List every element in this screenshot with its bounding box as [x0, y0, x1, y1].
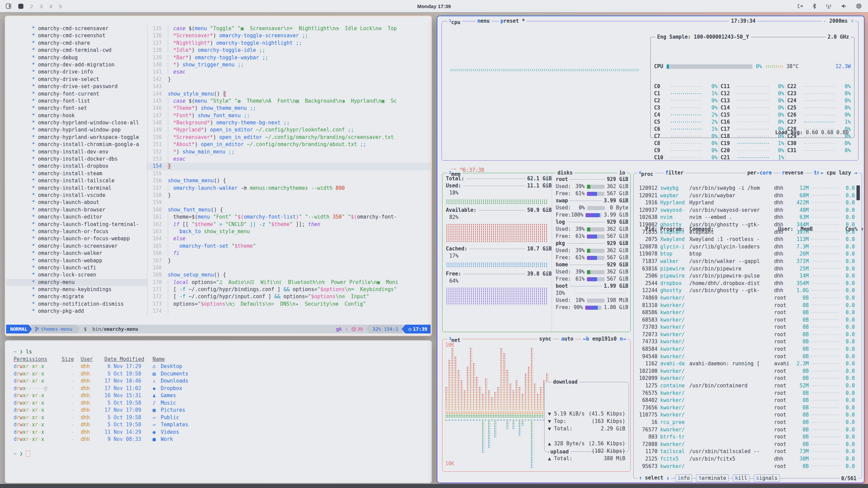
code-line[interactable]: 165▏ omarchy-font-set "$theme": [147, 243, 431, 250]
code-line[interactable]: 168: [147, 264, 431, 271]
file-list-item[interactable]: *omarchy-launch-wifi: [6, 264, 147, 271]
update-interval[interactable]: - 2000ms +: [822, 18, 855, 24]
file-list-item[interactable]: *omarchy-font-set: [6, 105, 147, 112]
file-list-item[interactable]: *omarchy-install-terminal: [6, 185, 147, 192]
code-line[interactable]: 167}: [147, 257, 431, 264]
process-row[interactable]: 120878glycin-i/usr/lib/glycin-loadersdhh…: [636, 243, 855, 251]
sort-selector[interactable]: ← cpu lazy →: [819, 169, 859, 176]
code-line[interactable]: 140▏*) show_trigger_menu ;;: [147, 61, 431, 68]
code-line[interactable]: 171▏[ -f ~/.config/hypr/bindings.conf ] …: [147, 286, 431, 293]
file-list-item[interactable]: *omarchy-debug: [6, 54, 147, 61]
filter-button[interactable]: filter: [664, 169, 685, 176]
code-line[interactable]: 139▏*Bar*) omarchy-toggle-waybar ;;: [147, 54, 431, 61]
file-list-item[interactable]: *omarchy-launch-floating-terminal-: [6, 221, 147, 228]
process-row[interactable]: 68402kworker/root0B0.0: [636, 397, 855, 404]
proc-panel-title[interactable]: 4proc: [637, 169, 655, 178]
pre</span>set-button[interactable]: preset *: [499, 18, 527, 24]
code-line[interactable]: 159: [147, 199, 431, 206]
process-row[interactable]: 71837walker/usr/bin/walker --gappldhh371…: [636, 258, 855, 265]
process-row[interactable]: 74869kworker/root0B0.0: [636, 294, 855, 302]
per-core-button[interactable]: per-core: [746, 169, 773, 176]
process-row[interactable]: 2506pipewire/usr/bin/pipewire-pulsedhh14…: [636, 272, 855, 280]
process-row[interactable]: 95673kworker/root0B0.0: [636, 463, 855, 470]
proc-terminate-button[interactable]: terminate: [696, 474, 728, 482]
code-line[interactable]: 163▏ back_to show_style_menu: [147, 228, 431, 235]
code-line[interactable]: 174▏: [147, 308, 431, 315]
file-list[interactable]: *omarchy-cmd-screensaver*omarchy-cmd-scr…: [6, 25, 147, 315]
code-line[interactable]: 151▏*About*) open_in_editor ~/.config/om…: [147, 141, 431, 148]
net-auto-button[interactable]: auto: [559, 336, 575, 342]
file-list-item[interactable]: *omarchy-install-steam: [6, 170, 147, 177]
file-list-item[interactable]: *omarchy-install-tailscale: [6, 177, 147, 184]
code-line[interactable]: 164▏else: [147, 235, 431, 242]
code-line[interactable]: 150▏*Screensaver*) open_in_editor ~/.con…: [147, 134, 431, 141]
proc-signals-button[interactable]: signals: [754, 474, 780, 482]
screencast-icon[interactable]: [797, 3, 804, 9]
process-row[interactable]: 119002ghostty/usr/bin/ghostty --gtk-dhh3…: [636, 221, 855, 229]
file-list-item[interactable]: *omarchy-hook: [6, 112, 147, 119]
code-line[interactable]: 166▏fi: [147, 250, 431, 257]
process-row[interactable]: 2075XwaylandXwayland :1 -rootless -dhh11…: [636, 236, 855, 243]
git-branch[interactable]: themes-menu: [32, 325, 80, 333]
process-row[interactable]: 803btrfs-trroot0B0.0: [636, 433, 855, 441]
process-row[interactable]: 102638nvimnvim --embed .dhh63M0.0: [636, 214, 855, 221]
cpu-panel-title[interactable]: 1cpu: [447, 18, 462, 26]
process-row[interactable]: 73703kworker/root0B0.0: [636, 324, 855, 331]
code-line[interactable]: 169show_setup_menu() {: [147, 271, 431, 279]
file-list-item[interactable]: *omarchy-launch-screensaver: [6, 243, 147, 250]
disks-title[interactable]: disks: [556, 169, 574, 176]
file-list-item[interactable]: *omarchy-menu: [6, 279, 147, 286]
process-row[interactable]: 110775kworker/root0B0.0: [636, 411, 855, 419]
code-pane[interactable]: 135▏case $(menu "Toggle" "▣ Screensaver\…: [147, 25, 431, 315]
file-list-item[interactable]: *omarchy-launch-browser: [6, 206, 147, 214]
shell-prompt[interactable]: ~ ❯: [14, 450, 428, 458]
code-line[interactable]: 146▏*Theme*) show_theme_menu ;;: [147, 105, 431, 112]
reverse-button[interactable]: reverse: [780, 169, 805, 176]
file-list-item[interactable]: *omarchy-hyprland-window-pop: [6, 126, 147, 134]
process-row[interactable]: 1916HyprlandHyprlanddhh422M0.0: [636, 199, 855, 207]
net-sync-button[interactable]: sync: [537, 336, 553, 342]
process-row[interactable]: 71835elephantelephantdhh397M0.0: [636, 229, 855, 236]
code-line[interactable]: 148▏*Background*) omarchy-theme-bg-next …: [147, 119, 431, 126]
process-row[interactable]: 120921waybar/usr/bin/waybardhh68M0.0: [636, 192, 855, 200]
proc-info-button[interactable]: info: [675, 474, 692, 482]
code-line[interactable]: 152▏*) show_main_menu ;;: [147, 148, 431, 156]
code-line[interactable]: 156show_theme_menu() {: [147, 177, 431, 184]
file-list-item[interactable]: *omarchy-install-dropbox: [6, 163, 147, 170]
process-row[interactable]: 68586kworker/root0B0.0: [636, 309, 855, 317]
file-list-item[interactable]: *omarchy-cmd-screensaver: [6, 25, 147, 32]
file-list-item[interactable]: *omarchy-launch-or-focus-webapp: [6, 235, 147, 242]
file-list-item[interactable]: *omarchy-drive-select: [6, 76, 147, 83]
net-interface[interactable]: ←b enp191s0 n→: [581, 336, 628, 342]
process-row[interactable]: 2125fcitx5/usr/bin/fcitx5dhh30M0.0: [636, 455, 855, 463]
file-list-item[interactable]: *omarchy-install-docker-dbs: [6, 156, 147, 163]
file-list-item[interactable]: *omarchy-dev-add-migration: [6, 61, 147, 68]
io-title[interactable]: io: [617, 169, 627, 176]
process-row[interactable]: 12244ghostty/usr/bin/ghostty --gtk-dhh1.…: [636, 287, 855, 294]
code-line[interactable]: 141▏esac: [147, 68, 431, 76]
code-line[interactable]: 153▏esac: [147, 156, 431, 163]
code-line[interactable]: 162▏if [[ "$theme" = "CNCLD" || -z "$the…: [147, 221, 431, 228]
process-row[interactable]: 63816pipewire/usr/bin/pipewiredhh25M0.0: [636, 265, 855, 273]
code-line[interactable]: 138▏*Idle*) omarchy-toggle-idle ;;: [147, 47, 431, 54]
code-line[interactable]: 155: [147, 170, 431, 177]
process-row[interactable]: 68584kworker/root0B0.0: [636, 346, 855, 353]
process-row[interactable]: 81310kworker/root0B0.0: [636, 302, 855, 309]
process-row[interactable]: 1162avahi-daavahi-daemon: running [avahi…: [636, 360, 855, 368]
process-row[interactable]: 120937swayosd-/usr/bin/swayosd-serverdhh…: [636, 207, 855, 214]
process-row[interactable]: 16rcu_preeroot0B0.0: [636, 419, 855, 426]
bluetooth-icon[interactable]: [812, 3, 816, 9]
code-line[interactable]: 170▏local options="♫ Audio\n☵ Wifi\nᛒ Bl…: [147, 279, 431, 286]
code-line[interactable]: 157▏omarchy-launch-walker -m menus:omarc…: [147, 185, 431, 192]
file-list-item[interactable]: *omarchy-drive-set-password: [6, 83, 147, 90]
code-line[interactable]: 172▏[ -f ~/.config/hypr/input.conf ] && …: [147, 293, 431, 300]
process-list[interactable]: 120912swaybg/usr/bin/swaybg -i /homdhh12…: [636, 185, 855, 475]
process-row[interactable]: 1170tailscal/usr/sbin/tailscaled --root7…: [636, 448, 855, 455]
proc-kill-button[interactable]: kill: [733, 474, 750, 482]
file-list-item[interactable]: *omarchy-notification-dismiss: [6, 301, 147, 308]
process-row[interactable]: 1275containe/usr/bin/containerdroot52M0.…: [636, 382, 855, 390]
code-line[interactable]: 147▏*Font*) show_font_menu ;;: [147, 112, 431, 119]
volume-icon[interactable]: [841, 3, 847, 9]
code-line[interactable]: 136▏*Screensaver*) omarchy-toggle-screen…: [147, 32, 431, 39]
file-list-item[interactable]: *omarchy-menu-keybindings: [6, 286, 147, 293]
